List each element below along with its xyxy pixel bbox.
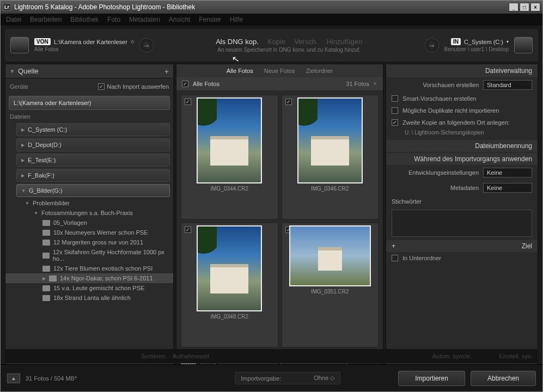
- bottom-bar: ▲ 31 Fotos / 504 MB* Importvorgabe: Ohne…: [1, 364, 542, 391]
- thumb-checkbox[interactable]: [285, 99, 292, 105]
- collapse-icon: ▼: [10, 69, 15, 74]
- dest-dropdown-icon[interactable]: ▾: [507, 39, 509, 44]
- dest-arrow-button[interactable]: →: [425, 38, 439, 52]
- thumb-checkbox[interactable]: [185, 226, 191, 233]
- develop-label: Entwicklungseinstellungen: [408, 169, 479, 176]
- copy-opt-kopie[interactable]: Kopie: [267, 38, 285, 46]
- thumbnails-panel: Alle Fotos Neue Fotos Zielordner Alle Fo…: [176, 64, 383, 369]
- minimize-button[interactable]: _: [509, 3, 518, 11]
- device-item[interactable]: L:\(Kamera oder Kartenleser): [9, 96, 170, 110]
- maximize-button[interactable]: □: [520, 3, 529, 11]
- app-badge: Lr: [3, 3, 11, 11]
- drive-d[interactable]: ▶D_Depot(D:): [16, 138, 170, 151]
- folder-fotosammlungen[interactable]: ▼Fotosammlungen s.a. Buch-Praxis: [5, 208, 173, 218]
- folder-leaf[interactable]: 15 v.a. Leute gemischt schon PSE: [5, 283, 173, 293]
- sort-label-dim: Sortieren:: [141, 353, 167, 359]
- expand-filmstrip-button[interactable]: ▲: [7, 373, 20, 383]
- preview-label: Vorschauen erstellen: [423, 82, 479, 88]
- folder-icon: [49, 275, 57, 281]
- section-dateiverwaltung[interactable]: Dateiverwaltung: [386, 64, 538, 77]
- dest-path[interactable]: C_System (C:): [464, 39, 503, 45]
- drive-e[interactable]: ▶E_Test(E:): [16, 154, 170, 167]
- folder-leaf[interactable]: 05_Vorlagen: [5, 218, 173, 228]
- add-source-icon[interactable]: +: [164, 67, 169, 76]
- drive-c[interactable]: ▶C_System (C:): [16, 123, 170, 136]
- duplicates-checkbox[interactable]: [392, 107, 398, 114]
- folder-leaf[interactable]: 12 Margeriten gross nur von 2011: [5, 237, 173, 247]
- copy-opt-versch[interactable]: Versch.: [294, 38, 318, 46]
- develop-select[interactable]: Keine: [483, 168, 532, 177]
- add-dest-icon[interactable]: +: [392, 242, 395, 250]
- thumbnail[interactable]: IMG_0348.CR2: [181, 223, 278, 347]
- sort-value-dim[interactable]: Aufnahmezeit: [173, 353, 209, 359]
- second-copy-checkbox[interactable]: [392, 119, 398, 126]
- folder-leaf[interactable]: ▶14x Ngor-Dakar, schon PSI 6-2011: [5, 273, 173, 283]
- source-panel-title: Quelle: [18, 67, 39, 75]
- second-copy-label: Zweite Kopie an folgendem Ort anlegen:: [402, 119, 510, 126]
- filmstrip-toolbar: Sortieren: Aufnahmezeit Autom. synchr. E…: [5, 349, 538, 363]
- menu-foto[interactable]: Foto: [107, 16, 120, 23]
- section-import-apply[interactable]: Während des Importvorgangs anwenden: [386, 153, 538, 165]
- thumbnail[interactable]: IMG_0351.CR2: [282, 223, 379, 347]
- menu-hilfe[interactable]: Hilfe: [230, 16, 243, 23]
- source-arrow-button[interactable]: →: [139, 38, 154, 52]
- second-copy-path[interactable]: U: \ Lightroom-Sicherungskopien: [386, 128, 538, 139]
- menu-bar: Datei Bearbeiten Bibliothek Foto Metadat…: [1, 14, 542, 26]
- menu-bearbeiten[interactable]: Bearbeiten: [30, 16, 62, 23]
- preset-dropdown-icon: ◇: [330, 375, 334, 381]
- tab-neue-fotos[interactable]: Neue Fotos: [264, 68, 295, 74]
- drive-f[interactable]: ▶F_Bak(F:): [16, 169, 170, 182]
- import-button[interactable]: Importieren: [398, 371, 465, 386]
- subfolder-checkbox[interactable]: [392, 255, 398, 261]
- keywords-input[interactable]: [392, 210, 532, 237]
- source-dropdown-icon[interactable]: ◇: [131, 39, 134, 44]
- auto-sync-button[interactable]: Autom. synchr.: [432, 353, 472, 359]
- eject-checkbox[interactable]: [98, 83, 105, 90]
- source-path[interactable]: L:\Kamera oder Kartenleser: [54, 39, 127, 45]
- thumb-image: [197, 97, 262, 183]
- folder-leaf[interactable]: 12x Skifahren Getty Hochformate 1000 px …: [5, 247, 173, 264]
- grid-collapse-icon[interactable]: ▼: [373, 81, 377, 87]
- select-all-checkbox[interactable]: [182, 81, 188, 87]
- menu-datei[interactable]: Datei: [6, 16, 21, 23]
- tab-zielordner[interactable]: Zielordner: [306, 68, 333, 74]
- folder-icon: [42, 220, 50, 226]
- folder-leaf[interactable]: 12x Tiere Blumen exotisch schon PSI: [5, 264, 173, 273]
- copy-opt-hinzuf[interactable]: Hinzufügen: [326, 38, 362, 46]
- drive-g[interactable]: ▼G_Bilder(G:): [16, 184, 170, 197]
- preset-label: Importvorgabe:: [241, 375, 281, 382]
- in-badge: IN: [451, 38, 461, 45]
- tab-alle-fotos[interactable]: Alle Fotos: [227, 68, 253, 74]
- folder-problembilder[interactable]: ▼Problembilder: [5, 198, 173, 208]
- preview-select[interactable]: Standard: [483, 80, 532, 90]
- preset-value: Ohne: [314, 375, 328, 381]
- menu-ansicht[interactable]: Ansicht: [169, 16, 190, 23]
- thumbnail[interactable]: IMG_0346.CR2: [282, 95, 379, 219]
- copy-sub: An neuem Speicherort in DNG konv. und zu…: [217, 47, 361, 53]
- folder-icon: [42, 285, 50, 291]
- menu-metadaten[interactable]: Metadaten: [129, 16, 160, 23]
- section-ziel[interactable]: +Ziel: [386, 240, 538, 252]
- source-sub: Alle Fotos: [34, 46, 134, 52]
- metadata-select[interactable]: Keine: [483, 183, 532, 193]
- folder-leaf[interactable]: 10x Neumeyers Werner schon PSE: [5, 228, 173, 237]
- folder-leaf[interactable]: 18x Strand Lanta alle ähnlich: [5, 293, 173, 303]
- grid-header: Alle Fotos 31 Fotos ▼: [176, 77, 383, 90]
- copy-opt-dng[interactable]: Als DNG kop.: [216, 38, 259, 46]
- thumb-image: [289, 225, 371, 286]
- source-panel-header[interactable]: ▼ Quelle +: [5, 64, 173, 78]
- import-preset[interactable]: Importvorgabe: Ohne ◇: [235, 372, 340, 384]
- menu-bibliothek[interactable]: Bibliothek: [70, 16, 99, 23]
- menu-fenster[interactable]: Fenster: [199, 16, 221, 23]
- smart-preview-checkbox[interactable]: [392, 95, 398, 102]
- thumbnail[interactable]: IMG_0344.CR2: [181, 95, 278, 219]
- sync-settings-button[interactable]: Einstell. syn.: [499, 353, 533, 359]
- thumbnail-grid: IMG_0344.CR2 IMG_0346.CR2 IMG_0348.CR2 I…: [176, 90, 383, 352]
- source-panel: ▼ Quelle + Geräte Nach Import auswerfen …: [5, 64, 174, 369]
- section-dateiumbenennung[interactable]: Dateiumbenennung: [386, 140, 538, 152]
- metadata-label: Metadaten: [450, 185, 479, 191]
- thumb-checkbox[interactable]: [185, 99, 191, 105]
- cancel-button[interactable]: Abbrechen: [471, 371, 536, 386]
- close-button[interactable]: ×: [530, 3, 540, 11]
- folder-icon: [42, 240, 50, 246]
